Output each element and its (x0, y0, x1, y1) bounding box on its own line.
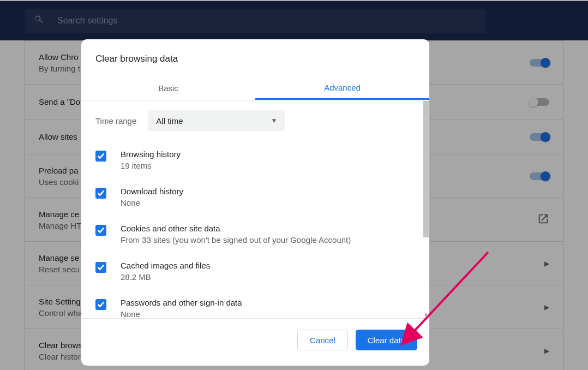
dialog-title: Clear browsing data (81, 39, 429, 76)
check-item-title: Browsing history (121, 150, 181, 159)
dialog-tabs: Basic Advanced (81, 76, 429, 100)
check-item-cache[interactable]: Cached images and files 28.2 MB (95, 255, 415, 293)
clear-browsing-data-dialog: Clear browsing data Basic Advanced ▼ Tim… (81, 39, 429, 366)
time-range-label: Time range (95, 116, 136, 126)
dialog-footer: Cancel Clear data (81, 318, 429, 366)
check-item-cookies[interactable]: Cookies and other site data From 33 site… (95, 218, 415, 255)
check-item-sub: 19 items (121, 161, 181, 170)
check-item-sub: None (121, 198, 183, 207)
check-item-title: Passwords and other sign-in data (121, 298, 242, 307)
checkbox-checked-icon[interactable] (95, 299, 106, 310)
check-item-sub: 28.2 MB (121, 272, 210, 282)
checkbox-checked-icon[interactable] (95, 188, 106, 199)
check-item-passwords[interactable]: Passwords and other sign-in data None (95, 293, 415, 318)
checkbox-checked-icon[interactable] (95, 225, 106, 236)
tab-advanced[interactable]: Advanced (255, 76, 429, 100)
check-item-download-history[interactable]: Download history None (95, 181, 415, 218)
time-range-select[interactable]: All time ▼ (148, 110, 285, 131)
check-item-title: Cookies and other site data (121, 224, 351, 233)
check-item-title: Cached images and files (121, 261, 210, 270)
time-range-row: Time range All time ▼ (95, 110, 415, 131)
scrollbar-down-icon[interactable]: ▼ (424, 313, 428, 317)
checkbox-checked-icon[interactable] (95, 262, 106, 273)
check-item-sub: None (121, 309, 242, 318)
check-item-title: Download history (121, 187, 183, 196)
checkbox-checked-icon[interactable] (95, 151, 106, 162)
scrollbar-thumb[interactable] (423, 101, 429, 237)
time-range-value: All time (156, 116, 183, 126)
cancel-button[interactable]: Cancel (297, 330, 348, 350)
check-item-browsing-history[interactable]: Browsing history 19 items (95, 144, 415, 181)
clear-data-button[interactable]: Clear data (356, 330, 417, 350)
check-item-sub: From 33 sites (you won't be signed out o… (121, 235, 351, 244)
chevron-down-icon: ▼ (271, 117, 277, 124)
tab-basic[interactable]: Basic (81, 76, 255, 100)
dialog-body: ▼ Time range All time ▼ Browsing history… (81, 100, 429, 318)
